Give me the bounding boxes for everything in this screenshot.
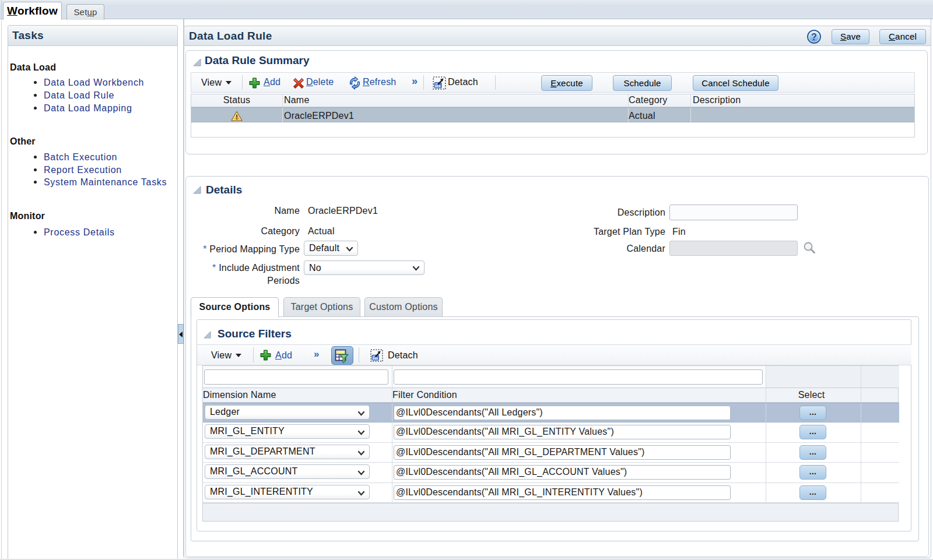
svg-text:?: ? [811, 32, 817, 42]
